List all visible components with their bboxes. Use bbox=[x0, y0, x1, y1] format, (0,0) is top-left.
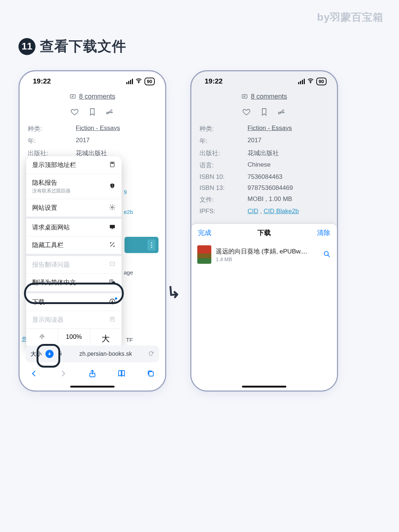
menu-label: 请求桌面网站 bbox=[32, 223, 70, 232]
desktop-icon bbox=[109, 224, 116, 231]
home-indicator bbox=[70, 386, 115, 388]
comments-link[interactable]: 8 comments bbox=[20, 93, 165, 100]
svg-rect-1 bbox=[70, 95, 75, 98]
book-actions bbox=[191, 107, 337, 117]
more-dots-icon[interactable] bbox=[147, 239, 156, 250]
bookmarks-icon[interactable] bbox=[117, 369, 126, 379]
battery-badge: 90 bbox=[316, 78, 327, 85]
status-bar: 19:22 90 bbox=[20, 71, 165, 91]
meta-kind-key: 种类: bbox=[28, 125, 76, 133]
meta-pub-key: 出版社: bbox=[200, 149, 248, 157]
step-heading: 11 查看下载文件 bbox=[18, 37, 126, 56]
meta-kind-val[interactable]: Fiction - Essays bbox=[248, 125, 292, 132]
meta-kind-val[interactable]: Fiction - Essays bbox=[76, 125, 120, 132]
share-hand-icon[interactable] bbox=[106, 107, 115, 117]
book-thumbnail bbox=[197, 245, 211, 264]
meta-file-val: MOBI , 1.00 MB bbox=[248, 195, 292, 204]
menu-hide-toolbar[interactable]: 隐藏工具栏 bbox=[26, 236, 122, 256]
back-icon[interactable] bbox=[30, 369, 38, 379]
svg-rect-13 bbox=[59, 353, 62, 355]
menu-show-top-addressbar[interactable]: 显示顶部地址栏 bbox=[26, 156, 122, 174]
heart-icon[interactable] bbox=[242, 107, 251, 117]
meta-isbn13-key: ISBN 13: bbox=[200, 184, 248, 192]
forward-icon bbox=[59, 369, 68, 379]
download-file-name: 遥远的向日葵地 (李娟, ePUBw.... bbox=[216, 247, 307, 256]
meta-year-key: 年: bbox=[28, 137, 76, 145]
meta-pub-val: 花城出版社 bbox=[248, 149, 279, 157]
meta-file-key: 文件: bbox=[200, 195, 248, 204]
download-file-size: 1.4 MB bbox=[216, 256, 307, 262]
watermark: by羽蒙百宝箱 bbox=[317, 10, 383, 24]
download-indicator-icon[interactable] bbox=[45, 350, 54, 358]
age-tail: age bbox=[124, 269, 133, 276]
meta-ipfs-key: IPFS: bbox=[200, 208, 248, 215]
aa-button[interactable]: 大小 bbox=[31, 351, 42, 358]
phone-left: 19:22 90 8 comments 种类:Fiction - Essays … bbox=[18, 70, 166, 392]
download-item[interactable]: 遥远的向日葵地 (李娟, ePUBw.... 1.4 MB bbox=[191, 242, 337, 267]
comments-link[interactable]: 8 comments bbox=[191, 93, 337, 100]
tabs-icon[interactable] bbox=[146, 369, 155, 379]
address-bar[interactable]: 大小 zh.persian-books.sk bbox=[25, 345, 159, 362]
ipfs-cid-link[interactable]: CID bbox=[248, 208, 258, 215]
menu-show-reader: 显示阅读器 bbox=[26, 311, 122, 329]
heart-icon[interactable] bbox=[70, 107, 79, 117]
svg-text:文: 文 bbox=[113, 282, 115, 284]
bookmark-icon[interactable] bbox=[260, 107, 269, 117]
menu-label: 下载 bbox=[32, 298, 45, 306]
wifi-icon bbox=[135, 77, 142, 85]
meta-isbn10-key: ISBN 10: bbox=[200, 173, 248, 181]
share-hand-icon[interactable] bbox=[277, 107, 286, 117]
meta-year-val: 2017 bbox=[248, 137, 262, 145]
meta-lang-val: Chinese bbox=[248, 161, 270, 170]
status-time: 19:22 bbox=[205, 77, 223, 85]
menu-translate[interactable]: 翻译为简体中文 文 bbox=[26, 274, 122, 293]
shield-icon bbox=[109, 183, 116, 190]
svg-point-4 bbox=[112, 207, 113, 208]
menu-label: 报告翻译问题 bbox=[32, 260, 70, 269]
gear-icon bbox=[109, 204, 116, 212]
menu-site-settings[interactable]: 网站设置 bbox=[26, 199, 122, 219]
menu-downloads[interactable]: 下载 bbox=[26, 293, 122, 311]
menu-label: 显示顶部地址栏 bbox=[32, 161, 76, 169]
step-title: 查看下载文件 bbox=[40, 37, 126, 56]
addressbar-top-icon bbox=[109, 161, 116, 169]
svg-point-18 bbox=[324, 251, 328, 255]
bookmark-icon[interactable] bbox=[88, 107, 97, 117]
meta-lang-key: 语言: bbox=[200, 161, 248, 170]
arrow-icon: ↳ bbox=[166, 282, 181, 302]
meta-year-key: 年: bbox=[200, 137, 248, 145]
menu-label: 翻译为简体中文 bbox=[32, 278, 76, 287]
battery-badge: 90 bbox=[144, 78, 155, 85]
share-icon[interactable] bbox=[88, 369, 97, 379]
expand-icon bbox=[109, 241, 116, 249]
downloads-sheet: 完成 下载 清除 遥远的向日葵地 (李娟, ePUBw.... 1.4 MB bbox=[191, 224, 337, 391]
book-meta: 种类:Fiction - Essays 年:2017 出版社:花城出版社 语言:… bbox=[191, 121, 337, 218]
book-meta: 种类:Fiction - Essays 年:2017 出版社:花城出版社 bbox=[20, 121, 165, 161]
clear-button[interactable]: 清除 bbox=[317, 228, 330, 237]
url-text: zh.persian-books.sk bbox=[67, 351, 144, 357]
svg-rect-5 bbox=[110, 225, 115, 228]
lock-icon bbox=[57, 351, 63, 357]
meta-year-val: 2017 bbox=[76, 137, 90, 145]
done-button[interactable]: 完成 bbox=[198, 228, 211, 237]
menu-request-desktop[interactable]: 请求桌面网站 bbox=[26, 219, 122, 236]
svg-rect-17 bbox=[242, 95, 247, 98]
isbn13-tail: 9 bbox=[124, 189, 127, 195]
download-button-peek[interactable] bbox=[125, 237, 158, 253]
book-actions bbox=[20, 107, 165, 117]
menu-sublabel: 没有联系过跟踪器 bbox=[32, 188, 71, 194]
ipfs-blake-link[interactable]: CID Blake2b bbox=[263, 208, 299, 215]
meta-kind-key: 种类: bbox=[200, 125, 248, 133]
report-icon bbox=[109, 261, 116, 269]
signal-icon bbox=[298, 79, 305, 84]
reveal-search-icon[interactable] bbox=[323, 250, 331, 259]
menu-privacy-report[interactable]: 隐私报告 没有联系过跟踪器 bbox=[26, 174, 122, 199]
home-indicator bbox=[242, 386, 286, 388]
comments-text: 8 comments bbox=[251, 93, 287, 100]
step-number-badge: 11 bbox=[18, 38, 35, 55]
svg-rect-12 bbox=[110, 317, 115, 321]
translate-icon: 文 bbox=[109, 279, 116, 286]
safari-bottom-toolbar bbox=[20, 365, 165, 383]
reload-icon[interactable] bbox=[148, 351, 154, 357]
menu-label: 网站设置 bbox=[32, 204, 57, 212]
